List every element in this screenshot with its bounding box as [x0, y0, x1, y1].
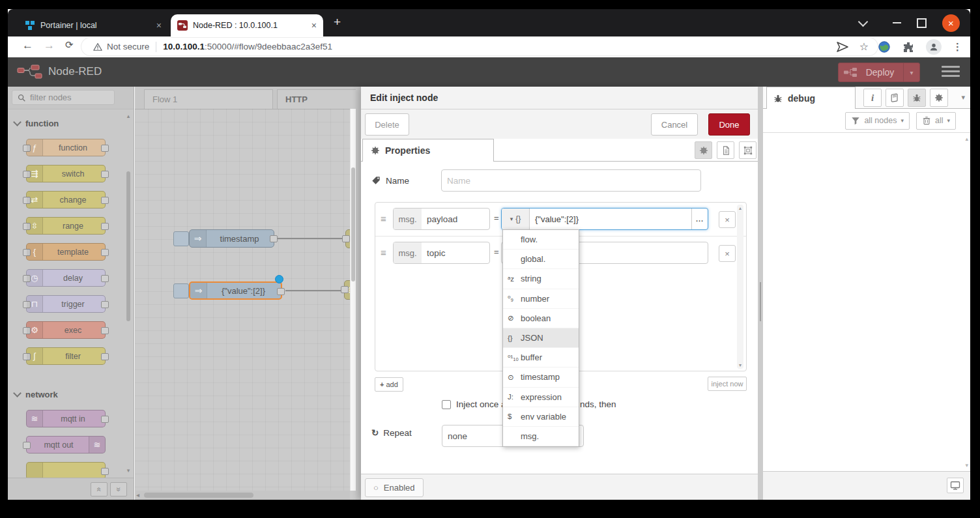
config-tab-button[interactable]	[930, 89, 948, 107]
edit-properties-button[interactable]	[695, 141, 712, 159]
deploy-button[interactable]: Deploy ▾	[838, 63, 920, 82]
node-output-port[interactable]	[101, 327, 109, 334]
payload-value[interactable]: {"value":[2]}	[530, 214, 691, 224]
type-option[interactable]: $ env variable	[503, 407, 579, 427]
palette-node[interactable]: { template	[26, 243, 106, 261]
palette-node[interactable]: ≋ mqtt out	[26, 436, 106, 453]
canvas-vertical-scrollbar[interactable]	[350, 109, 356, 491]
browser-menu-icon[interactable]: ⋮	[953, 41, 962, 53]
delete-button[interactable]: Delete	[365, 113, 409, 136]
node-output-port[interactable]	[101, 301, 109, 308]
node-output-port[interactable]	[270, 235, 278, 242]
scrollbar-thumb[interactable]	[144, 493, 253, 498]
inject-node-value-selected[interactable]: ⇒ {"value":[2]}	[189, 281, 282, 300]
help-tab-button[interactable]	[886, 89, 904, 107]
palette-node[interactable]: ⇶ switch	[26, 165, 106, 182]
type-select-button[interactable]: ▾ {}	[502, 209, 530, 229]
close-window-button[interactable]: ×	[942, 14, 960, 32]
category-function[interactable]: function	[8, 109, 123, 130]
drag-handle-icon[interactable]: ≡	[381, 247, 386, 258]
remove-row-button[interactable]: ×	[719, 211, 736, 228]
remove-row-button[interactable]: ×	[719, 245, 736, 262]
node-output-port[interactable]	[101, 353, 109, 360]
node-output-port[interactable]	[101, 468, 109, 475]
node-output-port[interactable]	[101, 171, 109, 178]
inject-now-button[interactable]: inject now	[708, 377, 747, 391]
profile-avatar[interactable]	[926, 39, 942, 55]
security-chip[interactable]: Not secure	[107, 42, 149, 51]
node-output-port[interactable]	[101, 145, 109, 152]
type-option[interactable]: msg.	[503, 427, 579, 446]
open-debug-window-button[interactable]	[947, 478, 964, 493]
sidebar-menu-chevron-icon[interactable]: ▾	[961, 93, 965, 102]
info-tab-button[interactable]: i	[863, 89, 882, 107]
filter-nodes-button[interactable]: all nodes ▾	[845, 112, 910, 130]
type-option[interactable]: ᵃz string	[503, 269, 579, 289]
scroll-down-icon[interactable]: ▾	[965, 462, 968, 468]
tab-flow1[interactable]: Flow 1	[144, 89, 273, 109]
type-option[interactable]: ⁰₉ number	[503, 289, 579, 309]
maximize-button[interactable]	[917, 18, 927, 28]
type-option[interactable]: J: expression	[503, 388, 579, 407]
collapse-all-button[interactable]: «	[91, 482, 108, 496]
payload-property-input[interactable]: msg. payload	[393, 208, 490, 230]
tab-portainer[interactable]: Portainer | local ×	[18, 14, 168, 36]
bookmark-star-icon[interactable]: ☆	[859, 40, 869, 53]
expand-editor-button[interactable]: ...	[691, 209, 708, 229]
debug-messages-panel[interactable]: ▴ ▾	[763, 132, 970, 471]
scroll-up-icon[interactable]: ▴	[965, 136, 968, 142]
palette-node[interactable]: ⇄ change	[26, 191, 106, 209]
node-input-port[interactable]	[23, 442, 31, 449]
node-output-port[interactable]	[101, 249, 109, 256]
clear-messages-button[interactable]: all ▾	[916, 112, 956, 130]
http-request-node-partial[interactable]: ⊕	[344, 280, 350, 300]
inject-node-timestamp[interactable]: ⇒ timestamp	[189, 229, 274, 248]
inject-button-square[interactable]	[173, 231, 189, 246]
node-output-port[interactable]	[101, 197, 109, 204]
scroll-left-icon[interactable]: ◂	[136, 491, 139, 498]
palette-node[interactable]: ∫ filter	[26, 347, 106, 365]
type-option[interactable]: ⁰¹₁₀ buffer	[503, 348, 579, 367]
type-option[interactable]: ⊘ boolean	[503, 309, 579, 328]
address-bar[interactable]: Not secure 10.0.100.1 :50000/#flow/9deeb…	[81, 38, 878, 55]
add-property-button[interactable]: + add	[375, 377, 403, 392]
scroll-down-icon[interactable]: ▾	[124, 467, 132, 474]
tab-close-icon[interactable]: ×	[156, 21, 162, 30]
palette-node[interactable]: ⊓ trigger	[26, 295, 106, 313]
send-icon[interactable]	[836, 40, 849, 53]
type-option[interactable]: {} JSON	[503, 328, 579, 348]
tray-resize-splitter[interactable]	[758, 87, 763, 500]
node-output-port[interactable]	[101, 416, 109, 423]
topic-property-input[interactable]: msg. topic	[393, 242, 490, 264]
name-input[interactable]	[441, 169, 701, 192]
tab-properties[interactable]: Properties	[362, 139, 494, 162]
node-input-port[interactable]	[342, 235, 350, 242]
scroll-up-icon[interactable]: ▴	[124, 113, 132, 119]
tab-close-icon[interactable]: ×	[311, 21, 317, 30]
minimize-button[interactable]	[893, 22, 901, 23]
inject-button-square[interactable]	[173, 283, 189, 298]
description-button[interactable]	[717, 141, 734, 159]
node-output-port[interactable]	[277, 288, 285, 295]
palette-node[interactable]: ◷ delay	[26, 269, 106, 287]
palette-node[interactable]: ⚙ exec	[26, 321, 106, 339]
expand-all-button[interactable]: »	[110, 482, 127, 496]
palette-node[interactable]: ⇳ range	[26, 217, 106, 235]
enabled-toggle-button[interactable]: ○ Enabled	[365, 478, 424, 497]
node-output-port[interactable]	[101, 223, 109, 230]
debug-tab-button[interactable]	[908, 89, 926, 107]
cancel-button[interactable]: Cancel	[651, 113, 698, 136]
palette-node[interactable]: ≋ mqtt in	[26, 410, 106, 427]
deploy-options-chevron-icon[interactable]: ▾	[903, 63, 919, 81]
drag-handle-icon[interactable]: ≡	[381, 213, 386, 224]
type-option[interactable]: flow.	[503, 230, 579, 250]
type-option[interactable]: global.	[503, 250, 579, 269]
forward-button[interactable]: →	[44, 39, 55, 52]
scroll-down-icon[interactable]: ▾	[737, 362, 743, 368]
new-tab-button[interactable]: +	[334, 16, 341, 29]
main-menu-icon[interactable]	[942, 66, 960, 77]
node-input-port[interactable]	[341, 286, 349, 293]
scroll-up-icon[interactable]: ▴	[737, 205, 743, 211]
type-option[interactable]: ⊙ timestamp	[503, 367, 579, 387]
tab-search-chevron-icon[interactable]	[858, 16, 869, 27]
